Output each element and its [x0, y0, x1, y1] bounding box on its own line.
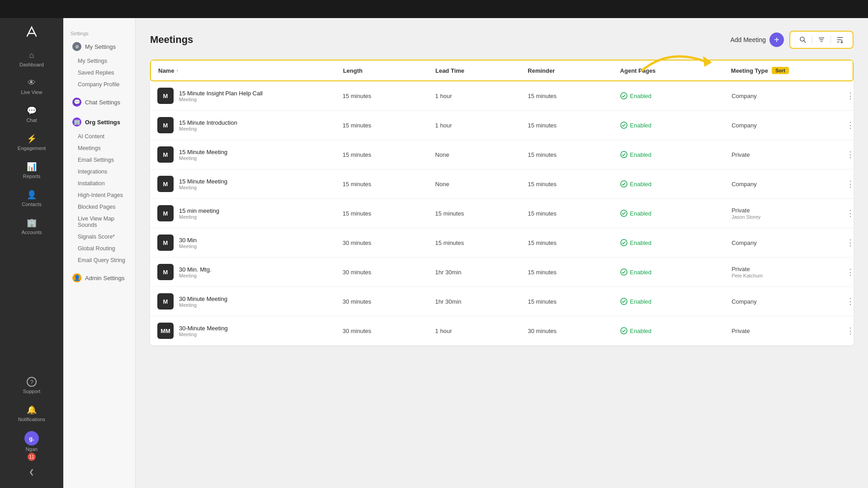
nav-admin-settings[interactable]: 👤 Admin Settings [65, 270, 133, 286]
sub-saved-replies[interactable]: Saved Replies [63, 67, 135, 79]
header-actions: Add Meeting + [730, 31, 854, 49]
nav-my-settings[interactable]: ⚙ My Settings [65, 38, 133, 55]
sub-installation[interactable]: Installation [63, 178, 135, 189]
td-length: 15 minutes [335, 145, 428, 164]
more-options-button[interactable]: ⋮ [843, 295, 854, 308]
search-button[interactable] [796, 34, 810, 45]
th-name[interactable]: Name ↑ [151, 61, 336, 80]
meeting-avatar: M [157, 235, 174, 251]
sub-high-intent-pages[interactable]: High-Intent Pages [63, 189, 135, 201]
more-options-button[interactable]: ⋮ [843, 118, 854, 132]
sub-blocked-pages[interactable]: Blocked Pages [63, 201, 135, 213]
td-length: 30 minutes [335, 263, 428, 282]
more-options-button[interactable]: ⋮ [843, 89, 854, 103]
sub-integrations[interactable]: Integrations [63, 166, 135, 178]
th-reminder[interactable]: Reminder [520, 61, 613, 80]
sub-live-view-map-sounds[interactable]: Live View Map Sounds [63, 213, 135, 231]
chat-settings-label: Chat Settings [85, 99, 120, 106]
more-options-button[interactable]: ⋮ [843, 236, 854, 249]
td-length: 15 minutes [335, 86, 428, 106]
section-org-settings: 🏢 Org Settings AI Content Meetings Email… [63, 114, 135, 266]
section-my-settings: ⚙ My Settings My Settings Saved Replies … [63, 38, 135, 90]
nav-item-accounts[interactable]: 🏢 Accounts [0, 212, 63, 240]
table-row: M 30 Min Meeting 30 minutes 15 minutes 1… [150, 228, 854, 258]
td-name: M 15 Minute Meeting Meeting [150, 169, 335, 198]
filter-button[interactable] [814, 34, 829, 45]
nav-item-dashboard[interactable]: ⌂ Dashboard [0, 45, 63, 73]
nav-org-settings[interactable]: 🏢 Org Settings [65, 114, 133, 130]
td-lead-time: 1 hour [428, 86, 521, 106]
more-options-button[interactable]: ⋮ [843, 177, 854, 191]
sub-global-routing[interactable]: Global Routing [63, 243, 135, 254]
nav-item-live-view[interactable]: 👁 Live View [0, 73, 63, 100]
meeting-type-label: Meeting [179, 302, 227, 308]
reports-icon: 📊 [27, 162, 37, 172]
more-options-button[interactable]: ⋮ [843, 324, 854, 338]
add-meeting-icon: + [769, 33, 784, 47]
td-more: ⋮ [835, 171, 854, 197]
td-more: ⋮ [835, 141, 854, 168]
td-name: M 15 min meeting Meeting [150, 199, 335, 228]
td-lead-time: None [428, 174, 521, 194]
meeting-type-label: Meeting [179, 97, 263, 102]
th-agent-pages[interactable]: Agent Pages [613, 61, 724, 80]
my-settings-icon: ⚙ [72, 42, 81, 51]
td-reminder: 15 minutes [520, 263, 613, 282]
th-lead-time[interactable]: Lead Time [428, 61, 520, 80]
more-options-button[interactable]: ⋮ [843, 148, 854, 161]
th-meeting-type[interactable]: Meeting Type Sort [724, 61, 835, 80]
nav-item-notifications[interactable]: 🔔 Notifications [0, 399, 63, 427]
sub-my-settings[interactable]: My Settings [63, 55, 135, 67]
td-agent-pages: Enabled [613, 203, 724, 223]
avatar: g. [24, 431, 39, 446]
enabled-badge: Enabled [620, 298, 651, 305]
td-reminder: 15 minutes [520, 86, 613, 106]
nav-item-contacts[interactable]: 👤 Contacts [0, 184, 63, 212]
my-settings-label: My Settings [85, 43, 116, 50]
td-agent-pages: Enabled [613, 262, 724, 282]
nav-item-engagement[interactable]: ⚡ Engagement [0, 128, 63, 156]
more-options-button[interactable]: ⋮ [843, 265, 854, 279]
collapse-button[interactable]: ❮ [0, 465, 63, 479]
more-options-button[interactable]: ⋮ [843, 206, 854, 220]
meeting-type-label: Meeting [179, 214, 219, 220]
sub-meetings[interactable]: Meetings [63, 142, 135, 154]
toolbar-divider-1 [812, 36, 812, 44]
meeting-type-label: Meeting [179, 273, 212, 278]
th-length[interactable]: Length [336, 61, 428, 80]
meeting-name: 15 min meeting [179, 207, 219, 214]
td-name: M 30 Minute Meeting Meeting [150, 287, 335, 316]
section-chat-settings: 💬 Chat Settings [63, 94, 135, 110]
meeting-avatar: M [157, 88, 174, 104]
enabled-badge: Enabled [620, 239, 651, 246]
chat-settings-icon: 💬 [72, 98, 81, 107]
nav-chat-settings[interactable]: 💬 Chat Settings [65, 94, 133, 110]
sidebar-bottom: ? Support 🔔 Notifications g. Ngan 11 ❮ [0, 371, 63, 488]
meeting-name: 15 Minute Meeting [179, 149, 227, 155]
th-actions [835, 61, 853, 80]
nav-item-support[interactable]: ? Support [0, 371, 63, 399]
nav-item-chat[interactable]: 💬 Chat [0, 100, 63, 128]
sort-button[interactable] [833, 34, 847, 45]
sub-email-settings[interactable]: Email Settings [63, 154, 135, 166]
add-meeting-button[interactable]: Add Meeting + [730, 33, 784, 47]
nav-item-user[interactable]: g. Ngan 11 [0, 427, 63, 465]
sub-signals-score[interactable]: Signals Score* [63, 231, 135, 243]
td-agent-pages: Enabled [613, 86, 724, 106]
sidebar-second: Settings ⚙ My Settings My Settings Saved… [63, 18, 136, 488]
table-row: M 15 Minute Introduction Meeting 15 minu… [150, 111, 854, 140]
sub-email-query-string[interactable]: Email Query String [63, 254, 135, 266]
sub-ai-content[interactable]: AI Content [63, 131, 135, 142]
sub-company-profile[interactable]: Company Profile [63, 79, 135, 90]
org-settings-label: Org Settings [85, 119, 120, 126]
td-agent-pages: Enabled [613, 291, 724, 311]
td-reminder: 15 minutes [520, 145, 613, 164]
logo[interactable] [0, 18, 63, 45]
nav-label-chat: Chat [26, 117, 37, 123]
main-content: Meetings Add Meeting + [136, 18, 868, 488]
meetings-table: Name ↑ Length Lead Time Reminder Agent P… [150, 60, 854, 346]
td-more: ⋮ [835, 259, 854, 285]
td-agent-pages: Enabled [613, 174, 724, 194]
nav-item-reports[interactable]: 📊 Reports [0, 156, 63, 184]
table-row: M 15 min meeting Meeting 15 minutes 15 m… [150, 199, 854, 228]
